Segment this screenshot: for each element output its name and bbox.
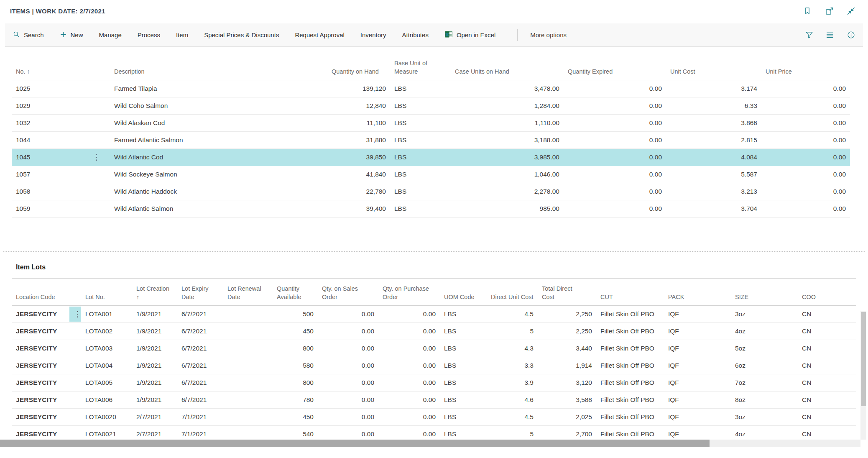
- pane-splitter[interactable]: [3, 251, 865, 252]
- row-ellipsis-menu[interactable]: ⋮: [92, 153, 100, 161]
- cell-pack[interactable]: IQF: [664, 409, 731, 426]
- cell-coo[interactable]: CN: [798, 306, 856, 323]
- cell-uom[interactable]: LBS: [440, 323, 487, 340]
- horizontal-scrollbar-thumb[interactable]: [0, 440, 710, 447]
- cell-uom[interactable]: LBS: [440, 374, 487, 391]
- menu-request-approval[interactable]: Request Approval: [295, 31, 344, 38]
- cell-no[interactable]: 1025: [12, 80, 83, 97]
- grid-row[interactable]: 1044Farmed Atlantic Salmon31,880LBS3,188…: [12, 132, 850, 149]
- cell-coo[interactable]: CN: [798, 357, 856, 374]
- collapse-icon[interactable]: [846, 6, 855, 15]
- bookmark-icon[interactable]: [803, 6, 812, 15]
- col-size[interactable]: SIZE: [731, 279, 798, 306]
- cell-pack[interactable]: IQF: [664, 306, 731, 323]
- grid-row[interactable]: JERSEYCITYLOTA0031/9/20216/7/20218000.00…: [12, 340, 856, 357]
- cell-base_uom[interactable]: LBS: [390, 80, 451, 97]
- col-lot_expiry[interactable]: Lot Expiry Date: [177, 279, 223, 306]
- search-button[interactable]: Search: [13, 31, 44, 39]
- filter-icon[interactable]: [804, 31, 814, 40]
- cell-no[interactable]: 1044: [12, 132, 83, 149]
- col-uom[interactable]: UOM Code: [440, 279, 487, 306]
- cell-base_uom[interactable]: LBS: [390, 115, 451, 132]
- grid-row[interactable]: JERSEYCITY⋮LOTA0011/9/20216/7/20215000.0…: [12, 306, 856, 323]
- cell-uom[interactable]: LBS: [440, 340, 487, 357]
- cell-base_uom[interactable]: LBS: [390, 149, 451, 166]
- col-cut[interactable]: CUT: [596, 279, 664, 306]
- cell-uom[interactable]: LBS: [440, 306, 487, 323]
- cell-cut[interactable]: Fillet Skin Off PBO: [596, 357, 664, 374]
- cell-size[interactable]: 3oz: [731, 409, 798, 426]
- open-in-excel-button[interactable]: X Open in Excel: [444, 30, 495, 40]
- menu-manage[interactable]: Manage: [99, 31, 122, 38]
- grid-row[interactable]: 1058Wild Atlantic Haddock22,780LBS2,278.…: [12, 183, 850, 200]
- open-in-new-window-icon[interactable]: [825, 6, 834, 15]
- cell-pack[interactable]: IQF: [664, 391, 731, 409]
- info-icon[interactable]: [846, 31, 855, 40]
- cell-coo[interactable]: CN: [798, 409, 856, 426]
- cell-base_uom[interactable]: LBS: [390, 132, 451, 149]
- vertical-scrollbar[interactable]: [860, 311, 866, 440]
- col-case_units_on_hand[interactable]: Case Units on Hand: [451, 59, 564, 80]
- cell-pack[interactable]: IQF: [664, 357, 731, 374]
- cell-cut[interactable]: Fillet Skin Off PBO: [596, 340, 664, 357]
- cell-size[interactable]: 7oz: [731, 374, 798, 391]
- horizontal-scrollbar[interactable]: [0, 440, 860, 447]
- cell-coo[interactable]: CN: [798, 340, 856, 357]
- cell-base_uom[interactable]: LBS: [390, 200, 451, 217]
- cell-cut[interactable]: Fillet Skin Off PBO: [596, 323, 664, 340]
- cell-size[interactable]: 6oz: [731, 357, 798, 374]
- menu-special-prices-discounts[interactable]: Special Prices & Discounts: [204, 31, 279, 38]
- cell-cut[interactable]: Fillet Skin Off PBO: [596, 409, 664, 426]
- new-button[interactable]: New: [60, 31, 83, 39]
- col-unit_cost[interactable]: Unit Cost: [666, 59, 761, 80]
- cell-cut[interactable]: Fillet Skin Off PBO: [596, 306, 664, 323]
- cell-no[interactable]: 1058: [12, 183, 83, 200]
- cell-base_uom[interactable]: LBS: [390, 97, 451, 115]
- cell-no[interactable]: 1059: [12, 200, 83, 217]
- cell-size[interactable]: 3oz: [731, 306, 798, 323]
- col-qty_on_hand[interactable]: Quantity on Hand: [327, 59, 390, 80]
- col-qty_sales[interactable]: Qty. on Sales Order: [318, 279, 378, 306]
- grid-row[interactable]: JERSEYCITYLOTA0051/9/20216/7/20218000.00…: [12, 374, 856, 391]
- cell-cut[interactable]: Fillet Skin Off PBO: [596, 374, 664, 391]
- grid-row[interactable]: 1059Wild Atlantic Salmon39,400LBS985.000…: [12, 200, 850, 217]
- col-unit_price[interactable]: Unit Price: [761, 59, 850, 80]
- col-qty_purchase[interactable]: Qty. on Purchase Order: [378, 279, 440, 306]
- col-quantity_expired[interactable]: Quantity Expired: [564, 59, 666, 80]
- menu-inventory[interactable]: Inventory: [360, 31, 386, 38]
- grid-row[interactable]: JERSEYCITYLOTA0061/9/20216/7/20217800.00…: [12, 391, 856, 409]
- cell-coo[interactable]: CN: [798, 391, 856, 409]
- grid-row[interactable]: 1025Farmed Tilapia139,120LBS3,478.000.00…: [12, 80, 850, 97]
- col-coo[interactable]: COO: [798, 279, 856, 306]
- grid-row[interactable]: JERSEYCITYLOTA0021/9/20216/7/20214500.00…: [12, 323, 856, 340]
- cell-cut[interactable]: Fillet Skin Off PBO: [596, 391, 664, 409]
- cell-size[interactable]: 8oz: [731, 391, 798, 409]
- cell-uom[interactable]: LBS: [440, 357, 487, 374]
- cell-no[interactable]: 1057: [12, 166, 83, 183]
- grid-row[interactable]: JERSEYCITYLOTA00202/7/20217/1/20214500.0…: [12, 409, 856, 426]
- cell-base_uom[interactable]: LBS: [390, 183, 451, 200]
- menu-attributes[interactable]: Attributes: [402, 31, 429, 38]
- menu-item[interactable]: Item: [176, 31, 188, 38]
- col-pack[interactable]: PACK: [664, 279, 731, 306]
- col-no[interactable]: No. ↑: [12, 59, 83, 80]
- cell-size[interactable]: 4oz: [731, 323, 798, 340]
- col-lot_creation[interactable]: Lot Creation ↑: [132, 279, 177, 306]
- cell-pack[interactable]: IQF: [664, 323, 731, 340]
- col-lot_renewal[interactable]: Lot Renewal Date: [223, 279, 273, 306]
- row-ellipsis-menu[interactable]: ⋮: [69, 307, 81, 322]
- grid-row[interactable]: 1032Wild Alaskan Cod11,100LBS1,110.000.0…: [12, 115, 850, 132]
- grid-row[interactable]: 1029Wild Coho Salmon12,840LBS1,284.000.0…: [12, 97, 850, 115]
- cell-no[interactable]: 1029: [12, 97, 83, 115]
- col-direct_unit_cost[interactable]: Direct Unit Cost: [487, 279, 538, 306]
- cell-pack[interactable]: IQF: [664, 374, 731, 391]
- cell-coo[interactable]: CN: [798, 374, 856, 391]
- cell-uom[interactable]: LBS: [440, 391, 487, 409]
- cell-size[interactable]: 5oz: [731, 340, 798, 357]
- cell-pack[interactable]: IQF: [664, 340, 731, 357]
- grid-row[interactable]: 1045⋮Wild Atlantic Cod39,850LBS3,985.000…: [12, 149, 850, 166]
- cell-uom[interactable]: LBS: [440, 409, 487, 426]
- menu-process[interactable]: Process: [138, 31, 160, 38]
- vertical-scrollbar-thumb[interactable]: [861, 312, 866, 406]
- cell-coo[interactable]: CN: [798, 323, 856, 340]
